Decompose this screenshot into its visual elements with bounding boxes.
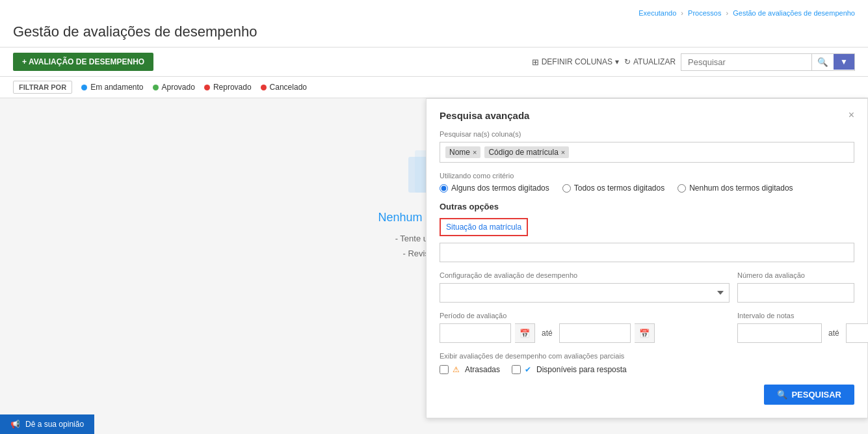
- periodo-start-input[interactable]: [440, 323, 511, 343]
- calendar-icon-start: 📅: [519, 329, 530, 338]
- filter-reprovado[interactable]: Reprovado: [204, 83, 252, 92]
- checkbox-disponiveis-label: Disponíveis para resposta: [536, 365, 627, 374]
- checkbox-row: ⚠ Atrasadas ✔ Disponíveis para resposta: [440, 365, 854, 374]
- page-title: Gestão de avaliações de desempenho: [13, 20, 855, 47]
- intervalo-start-input[interactable]: [737, 323, 822, 343]
- dot-aprovado: [153, 85, 159, 90]
- toolbar: + AVALIAÇÃO DE DESEMPENHO ⊞ DEFINIR COLU…: [0, 47, 868, 77]
- tag-nome-remove[interactable]: ×: [473, 148, 477, 156]
- radio-todos-label: Todos os termos digitados: [574, 183, 664, 193]
- search-submit-icon: 🔍: [777, 390, 787, 400]
- breadcrumb-sep1: ›: [681, 9, 683, 17]
- main-content: Nenhum resultado en - Tente utilizar uma…: [0, 98, 868, 424]
- numero-col: Número da avaliação: [737, 271, 854, 303]
- close-panel-button[interactable]: ×: [848, 109, 854, 121]
- breadcrumb-processos[interactable]: Processos: [688, 9, 721, 17]
- checkbox-disponiveis-input[interactable]: [512, 365, 521, 374]
- tag-codigo-label: Código de matrícula: [488, 148, 558, 157]
- config-select[interactable]: [440, 283, 730, 303]
- filter-em-andamento[interactable]: Em andamento: [81, 83, 143, 92]
- situacao-section: Situação da matrícula: [440, 218, 854, 262]
- search-columns-label: Pesquisar na(s) coluna(s): [440, 130, 854, 138]
- periodo-end-input[interactable]: [559, 323, 631, 343]
- checkbox-atrasadas-label: Atrasadas: [465, 365, 500, 374]
- intervalo-score-row: até: [737, 323, 854, 343]
- filter-aprovado[interactable]: Aprovado: [153, 83, 195, 92]
- panel-header: Pesquisa avançada ×: [440, 109, 854, 121]
- parciais-section: Exibir avaliações de desempenho com aval…: [440, 352, 854, 374]
- tag-nome: Nome ×: [445, 146, 480, 158]
- checkbox-atrasadas[interactable]: ⚠ Atrasadas: [440, 365, 500, 374]
- breadcrumb: Executando › Processos › Gestão de avali…: [13, 7, 855, 20]
- config-label: Configuração de avaliação de desempenho: [440, 271, 730, 279]
- radio-nenhum-label: Nenhum dos termos digitados: [689, 183, 793, 193]
- columns-chevron-icon: ▾: [615, 57, 619, 66]
- feedback-bar[interactable]: 📢 Dê a sua opinião: [0, 414, 94, 424]
- filter-bar: FILTRAR POR Em andamento Aprovado Reprov…: [0, 77, 868, 98]
- search-icon: 🔍: [817, 57, 828, 67]
- radio-nenhum-input[interactable]: [677, 184, 686, 193]
- filter-cancelado[interactable]: Cancelado: [261, 83, 307, 92]
- radio-alguns[interactable]: Alguns dos termos digitados: [440, 183, 549, 193]
- intervalo-end-input[interactable]: [846, 323, 868, 343]
- advanced-search-panel: Pesquisa avançada × Pesquisar na(s) colu…: [426, 98, 868, 418]
- top-bar: Executando › Processos › Gestão de avali…: [0, 0, 868, 47]
- numero-input[interactable]: [737, 283, 854, 303]
- filter-cancelado-label: Cancelado: [270, 83, 307, 92]
- breadcrumb-current: Gestão de avaliações de desempenho: [733, 9, 855, 17]
- criteria-radio-group: Alguns dos termos digitados Todos os ter…: [440, 183, 854, 193]
- filter-aprovado-label: Aprovado: [162, 83, 195, 92]
- radio-todos[interactable]: Todos os termos digitados: [562, 183, 664, 193]
- panel-footer: 🔍 PESQUISAR: [440, 385, 854, 405]
- search-box: 🔍 ▼: [681, 53, 855, 71]
- tag-codigo: Código de matrícula ×: [484, 146, 569, 158]
- dot-em-andamento: [81, 85, 87, 90]
- breadcrumb-executando[interactable]: Executando: [638, 9, 676, 17]
- check-icon: ✔: [525, 365, 531, 374]
- columns-icon: ⊞: [532, 57, 539, 67]
- new-avaliacao-button[interactable]: + AVALIAÇÃO DE DESEMPENHO: [13, 53, 153, 71]
- panel-title: Pesquisa avançada: [440, 110, 529, 121]
- parciais-label: Exibir avaliações de desempenho com aval…: [440, 352, 854, 360]
- periodo-start-calendar-button[interactable]: 📅: [515, 323, 535, 343]
- filter-icon: ▼: [840, 57, 848, 66]
- columns-label: DEFINIR COLUNAS: [542, 57, 612, 66]
- periodo-ate-label: até: [539, 329, 555, 338]
- search-submit-label: PESQUISAR: [791, 390, 841, 400]
- periodo-date-row: 📅 até 📅: [440, 323, 730, 343]
- megaphone-icon: 📢: [10, 420, 20, 424]
- tags-input[interactable]: Nome × Código de matrícula ×: [440, 142, 854, 163]
- situacao-input[interactable]: [440, 243, 854, 262]
- search-input[interactable]: [681, 54, 811, 70]
- calendar-icon-end: 📅: [639, 329, 650, 338]
- intervalo-ate-label: até: [826, 329, 842, 338]
- search-submit-button[interactable]: 🔍 PESQUISAR: [764, 385, 854, 405]
- radio-alguns-label: Alguns dos termos digitados: [451, 183, 549, 193]
- radio-nenhum[interactable]: Nenhum dos termos digitados: [677, 183, 793, 193]
- refresh-label: ATUALIZAR: [633, 57, 676, 66]
- periodo-intervalo-row: Período de avaliação 📅 até 📅 Intervalo d…: [440, 312, 854, 343]
- filter-reprovado-label: Reprovado: [213, 83, 252, 92]
- other-options-title: Outras opções: [440, 202, 854, 211]
- criteria-label: Utilizando como critério: [440, 172, 854, 180]
- tag-codigo-remove[interactable]: ×: [561, 148, 565, 156]
- checkbox-disponiveis[interactable]: ✔ Disponíveis para resposta: [512, 365, 627, 374]
- refresh-icon: ↻: [624, 57, 631, 66]
- situacao-highlighted[interactable]: Situação da matrícula: [440, 218, 528, 236]
- refresh-button[interactable]: ↻ ATUALIZAR: [624, 57, 676, 66]
- config-col: Configuração de avaliação de desempenho: [440, 271, 730, 303]
- dot-cancelado: [261, 85, 267, 90]
- advanced-filter-toggle-button[interactable]: ▼: [834, 54, 854, 70]
- config-numero-row: Configuração de avaliação de desempenho …: [440, 271, 854, 303]
- periodo-end-calendar-button[interactable]: 📅: [635, 323, 655, 343]
- checkbox-atrasadas-input[interactable]: [440, 365, 449, 374]
- warning-icon: ⚠: [453, 365, 460, 374]
- radio-todos-input[interactable]: [562, 184, 571, 193]
- radio-alguns-input[interactable]: [440, 184, 448, 193]
- numero-label: Número da avaliação: [737, 271, 854, 279]
- breadcrumb-sep2: ›: [726, 9, 729, 17]
- search-columns-section: Pesquisar na(s) coluna(s) Nome × Código …: [440, 130, 854, 163]
- filter-by-label: FILTRAR POR: [13, 81, 72, 94]
- define-columns-button[interactable]: ⊞ DEFINIR COLUNAS ▾: [532, 57, 619, 67]
- search-button[interactable]: 🔍: [811, 54, 834, 70]
